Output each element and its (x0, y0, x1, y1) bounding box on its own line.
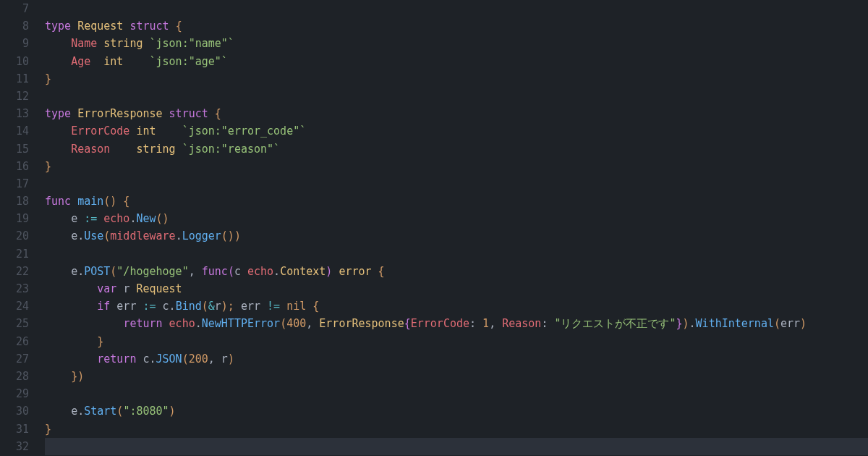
token-punc: . (273, 265, 280, 278)
token-ident: c (234, 265, 247, 278)
code-line[interactable]: Reason string `json:"reason"` (45, 140, 868, 158)
line-number: 17 (0, 175, 29, 193)
token-num: 400 (286, 317, 306, 330)
code-line[interactable]: e.Use(middleware.Logger()) (45, 227, 868, 245)
code-area[interactable]: type Request struct { Name string `json:… (45, 0, 868, 455)
token-punc: . (195, 317, 202, 330)
token-field: middleware (110, 229, 175, 242)
token-ident: r (215, 300, 221, 313)
token-brace: }) (71, 370, 84, 383)
token-type: int (103, 55, 149, 68)
token-punc: . (77, 229, 84, 242)
line-number: 15 (0, 140, 29, 158)
token-kw: var (97, 282, 123, 295)
token-type: ErrorResponse (77, 107, 169, 120)
token-brace: ( (110, 265, 116, 278)
code-line[interactable]: } (45, 421, 868, 438)
line-number: 24 (0, 297, 29, 315)
token-ident (45, 282, 97, 295)
token-field: echo (169, 317, 195, 330)
token-tag: `json:"error_code"` (182, 124, 307, 138)
token-str: ":8080" (123, 405, 169, 418)
line-number: 7 (0, 0, 29, 17)
token-paren: { (404, 317, 411, 330)
code-line[interactable]: } (45, 70, 868, 88)
token-kw: func (45, 195, 77, 208)
token-brace: ) (169, 405, 176, 418)
token-brace: { (176, 20, 182, 33)
token-op: != (267, 300, 286, 313)
token-kw: if (97, 300, 116, 313)
token-field: ErrorCode (411, 317, 469, 330)
token-ident: r (123, 282, 136, 295)
token-ident (45, 37, 71, 50)
token-punc: , (208, 352, 221, 366)
token-fn: main (77, 195, 103, 208)
line-number: 22 (0, 263, 29, 280)
code-line[interactable]: Name string `json:"name"` (45, 35, 868, 52)
token-punc: . (689, 317, 696, 330)
token-ident (45, 405, 71, 418)
token-field: Reason (71, 143, 136, 156)
line-number: 20 (0, 227, 29, 245)
token-brace: ); (221, 300, 241, 313)
code-editor[interactable]: 7891011121314151617181920212223242526272… (0, 0, 868, 455)
code-line[interactable]: ErrorCode int `json:"error_code"` (45, 122, 868, 140)
code-line[interactable] (45, 88, 868, 105)
token-fn: Start (84, 405, 116, 418)
token-ident (45, 352, 97, 366)
line-number: 32 (0, 438, 29, 455)
token-field: echo (103, 212, 129, 225)
token-kw: return (123, 317, 169, 330)
token-kw: type (45, 20, 77, 33)
line-number: 14 (0, 122, 29, 140)
token-field: echo (247, 265, 273, 278)
token-type: int (136, 124, 182, 138)
token-brace: ( (774, 317, 780, 330)
token-brace: ) (800, 317, 807, 330)
code-line[interactable]: e := echo.New() (45, 210, 868, 227)
code-line[interactable]: if err := c.Bind(&r); err != nil { (45, 297, 868, 315)
code-line[interactable]: return c.JSON(200, r) (45, 350, 868, 368)
token-tag: `json:"reason"` (182, 143, 280, 156)
token-field: Name (71, 37, 103, 50)
token-paren: } (676, 317, 683, 330)
line-number: 18 (0, 193, 29, 210)
code-line[interactable] (45, 175, 868, 193)
token-field: Reason (502, 317, 541, 330)
token-ident (45, 317, 123, 330)
code-line[interactable]: func main() { (45, 193, 868, 210)
token-punc: , (189, 265, 202, 278)
line-number: 27 (0, 350, 29, 368)
line-number: 10 (0, 53, 29, 70)
code-line[interactable]: } (45, 158, 868, 175)
code-line[interactable]: var r Request (45, 280, 868, 297)
token-type: string (136, 143, 182, 156)
token-num: 1 (482, 317, 489, 330)
code-line[interactable]: e.Start(":8080") (45, 402, 868, 420)
code-line[interactable] (45, 0, 868, 17)
token-brace: { (378, 265, 385, 278)
token-num: 200 (189, 352, 208, 366)
code-line[interactable]: type ErrorResponse struct { (45, 105, 868, 122)
code-line[interactable]: } (45, 333, 868, 350)
token-brace: () (156, 212, 169, 225)
line-number: 12 (0, 88, 29, 105)
token-op: := (142, 300, 162, 313)
token-ident: e (71, 212, 84, 225)
line-number: 30 (0, 402, 29, 420)
code-line[interactable] (45, 245, 868, 263)
code-line[interactable]: Age int `json:"age"` (45, 53, 868, 70)
code-line[interactable]: return echo.NewHTTPError(400, ErrorRespo… (45, 315, 868, 332)
code-line[interactable] (45, 385, 868, 402)
token-punc: , (489, 317, 502, 330)
token-ident (45, 124, 71, 138)
code-line[interactable] (45, 438, 868, 455)
token-brace: } (45, 423, 51, 436)
code-line[interactable]: }) (45, 368, 868, 385)
token-kw: type (45, 107, 77, 120)
code-line[interactable]: e.POST("/hogehoge", func(c echo.Context)… (45, 263, 868, 280)
line-number: 11 (0, 70, 29, 88)
code-line[interactable]: type Request struct { (45, 17, 868, 35)
token-punc: , (306, 317, 319, 330)
